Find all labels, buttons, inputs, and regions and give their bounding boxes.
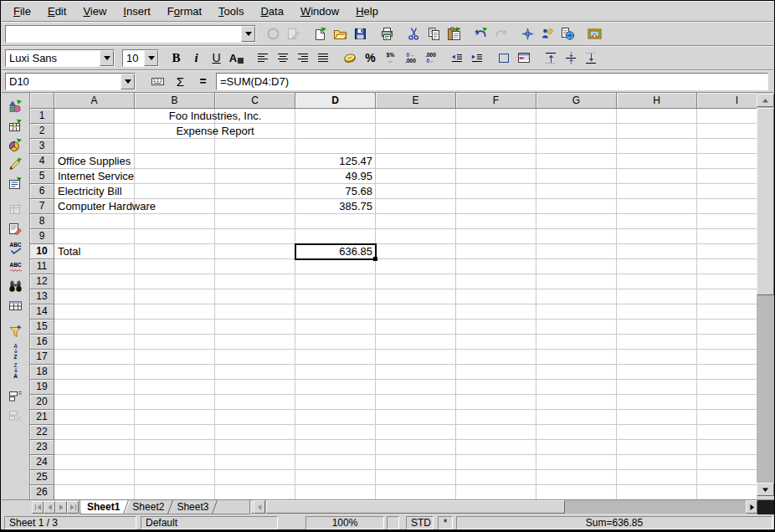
open-icon[interactable] — [331, 24, 350, 43]
row-header-22[interactable]: 22 — [30, 425, 54, 440]
load-url-combo[interactable] — [5, 25, 256, 43]
cut-icon[interactable] — [404, 24, 423, 43]
column-header-G[interactable]: G — [536, 93, 617, 109]
status-zoom[interactable]: 100% — [305, 516, 384, 529]
delete-decimal-icon[interactable]: .0000← — [421, 49, 440, 68]
insert-icon[interactable] — [6, 97, 25, 116]
row-header-18[interactable]: 18 — [30, 365, 54, 380]
vertical-scrollbar[interactable] — [757, 94, 774, 496]
borders-icon[interactable] — [495, 49, 514, 68]
menu-file[interactable]: File — [5, 3, 39, 20]
column-header-D[interactable]: D — [295, 93, 376, 109]
row-header-14[interactable]: 14 — [30, 304, 54, 320]
bold-icon[interactable]: B — [167, 49, 186, 68]
menu-edit[interactable]: Edit — [39, 3, 74, 20]
autospellcheck-icon[interactable]: ABC — [6, 258, 25, 277]
row-header-13[interactable]: 13 — [30, 289, 54, 304]
load-url-input[interactable] — [6, 26, 241, 42]
vertical-scrollbar-thumb[interactable] — [757, 108, 774, 295]
insert-object-icon[interactable] — [6, 136, 25, 155]
number-format-currency-icon[interactable] — [341, 49, 360, 68]
column-header-C[interactable]: C — [215, 93, 295, 109]
autofilter-icon[interactable] — [6, 322, 25, 341]
column-header-F[interactable]: F — [456, 93, 536, 109]
font-size-dropdown-button[interactable] — [144, 50, 158, 66]
function-equals-icon[interactable]: = — [193, 72, 213, 91]
row-header-19[interactable]: 19 — [30, 380, 54, 395]
font-name-dropdown-button[interactable] — [100, 50, 114, 66]
group-icon[interactable] — [6, 386, 25, 406]
number-format-percent-icon[interactable]: % — [361, 49, 380, 68]
font-name-combo[interactable] — [5, 49, 115, 67]
background-color-icon[interactable] — [515, 49, 534, 68]
menu-insert[interactable]: Insert — [115, 3, 159, 20]
spreadsheet-area[interactable]: Foo Industries, Inc.Expense ReportOffice… — [30, 93, 757, 499]
formula-input[interactable] — [217, 74, 767, 90]
increase-indent-icon[interactable] — [468, 49, 487, 68]
sum-icon[interactable]: Σ — [171, 72, 190, 91]
print-icon[interactable] — [377, 24, 397, 43]
align-justify-icon[interactable] — [314, 49, 333, 68]
align-left-icon[interactable] — [254, 49, 273, 68]
cell-reference-combo[interactable] — [5, 73, 136, 90]
row-header-11[interactable]: 11 — [30, 259, 54, 274]
stylist-icon[interactable] — [538, 24, 557, 43]
menu-format[interactable]: Format — [159, 3, 210, 20]
align-vcenter-icon[interactable] — [562, 49, 581, 68]
cell-D5[interactable]: 49.95 — [295, 169, 376, 184]
gallery-icon[interactable] — [585, 24, 604, 43]
scroll-right-button[interactable] — [746, 500, 757, 514]
cell-A5[interactable]: Internet Service — [54, 169, 135, 184]
sheet-tab-sheet3[interactable]: Sheet3 — [167, 500, 218, 514]
navigator-icon[interactable] — [518, 24, 537, 43]
active-cell-cursor[interactable] — [295, 243, 377, 260]
cell-A7[interactable]: Computer Hardware — [54, 199, 135, 214]
select-all-corner[interactable] — [30, 93, 54, 109]
cell-A10[interactable]: Total — [54, 244, 135, 259]
row-header-6[interactable]: 6 — [30, 184, 54, 199]
underline-icon[interactable]: U — [207, 49, 226, 68]
hyperlink-icon[interactable] — [558, 24, 577, 43]
menu-help[interactable]: Help — [347, 3, 387, 20]
row-header-3[interactable]: 3 — [30, 139, 54, 154]
row-header-20[interactable]: 20 — [30, 395, 54, 410]
row-header-26[interactable]: 26 — [30, 485, 54, 499]
row-header-1[interactable]: 1 — [30, 109, 54, 124]
copy-icon[interactable] — [424, 24, 444, 43]
number-format-standard-icon[interactable]: $%↔ — [381, 49, 400, 68]
column-header-A[interactable]: A — [54, 93, 135, 109]
status-selection-mode[interactable]: STD — [406, 516, 434, 529]
row-header-2[interactable]: 2 — [30, 124, 54, 139]
cell-B1[interactable]: Foo Industries, Inc. — [135, 109, 295, 124]
themes-icon[interactable] — [6, 219, 25, 238]
column-header-B[interactable]: B — [135, 93, 215, 109]
cell-grid[interactable]: Foo Industries, Inc.Expense ReportOffice… — [54, 109, 757, 499]
sort-descending-icon[interactable]: ZA — [6, 361, 25, 380]
horizontal-scrollbar-thumb[interactable] — [266, 500, 565, 514]
row-header-10[interactable]: 10 — [30, 244, 54, 259]
font-size-combo[interactable] — [122, 49, 159, 67]
row-header-17[interactable]: 17 — [30, 350, 54, 365]
cell-A4[interactable]: Office Supplies — [54, 154, 135, 169]
menu-view[interactable]: View — [74, 3, 115, 20]
row-header-23[interactable]: 23 — [30, 440, 54, 455]
new-document-icon[interactable] — [311, 24, 330, 43]
paste-icon[interactable] — [444, 24, 464, 43]
scroll-down-button[interactable] — [757, 483, 774, 496]
cell-B2[interactable]: Expense Report — [135, 124, 295, 139]
font-color-icon[interactable]: A — [227, 49, 246, 68]
row-header-7[interactable]: 7 — [30, 199, 54, 214]
align-center-icon[interactable] — [274, 49, 293, 68]
cell-reference-dropdown-button[interactable] — [121, 74, 135, 90]
row-header-21[interactable]: 21 — [30, 410, 54, 425]
function-wizard-icon[interactable] — [148, 72, 167, 91]
row-header-12[interactable]: 12 — [30, 274, 54, 289]
cell-D7[interactable]: 385.75 — [295, 199, 376, 214]
draw-functions-icon[interactable] — [6, 155, 25, 174]
spellcheck-icon[interactable]: ABC — [6, 238, 25, 258]
row-header-24[interactable]: 24 — [30, 455, 54, 470]
column-header-I[interactable]: I — [697, 93, 757, 109]
form-icon[interactable] — [6, 174, 25, 193]
find-replace-icon[interactable] — [6, 277, 25, 296]
scroll-up-button[interactable] — [757, 94, 774, 107]
